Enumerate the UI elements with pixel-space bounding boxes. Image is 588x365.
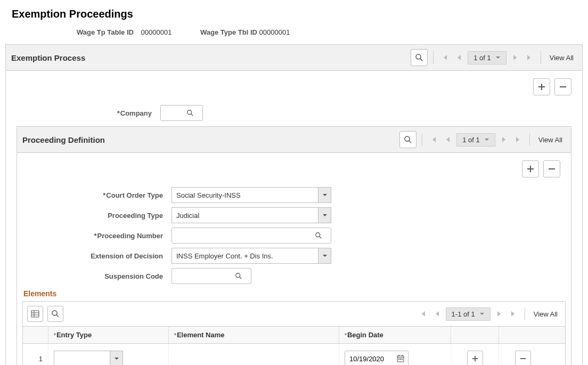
next-icon[interactable] bbox=[494, 310, 504, 318]
begin-date-input[interactable] bbox=[345, 351, 409, 365]
exemption-add-row-button[interactable] bbox=[533, 78, 550, 95]
elements-view-all-link[interactable]: View All bbox=[530, 310, 561, 318]
proceeding-number-label: Proceeding Number bbox=[22, 232, 172, 240]
first-icon[interactable] bbox=[428, 136, 439, 143]
calendar-icon[interactable] bbox=[396, 354, 405, 363]
chevron-down-icon bbox=[318, 188, 331, 202]
extension-of-decision-select[interactable]: INSS Employer Cont. + Dis Ins. bbox=[172, 248, 331, 264]
proceeding-definition-section: Proceeding Definition 1 of 1 bbox=[17, 126, 571, 365]
first-icon[interactable] bbox=[417, 310, 429, 318]
last-icon[interactable] bbox=[508, 310, 519, 318]
proceeding-delete-row-button[interactable] bbox=[543, 160, 560, 177]
row-number: 1 bbox=[23, 344, 48, 365]
company-lookup[interactable] bbox=[160, 105, 203, 121]
divider bbox=[433, 51, 434, 64]
search-icon bbox=[51, 310, 60, 318]
elements-page-indicator[interactable]: 1-1 of 1 bbox=[446, 307, 491, 321]
proceeding-number-input[interactable] bbox=[176, 229, 315, 242]
proceeding-type-label: Proceeding Type bbox=[22, 212, 172, 220]
proceeding-add-row-button[interactable] bbox=[522, 160, 539, 177]
row-add-button[interactable] bbox=[467, 351, 483, 365]
prev-icon[interactable] bbox=[443, 136, 453, 143]
svg-rect-20 bbox=[398, 359, 399, 360]
col-header-element-name[interactable]: Element Name bbox=[169, 327, 339, 343]
next-icon[interactable] bbox=[510, 54, 520, 61]
svg-point-0 bbox=[416, 54, 421, 59]
elements-title: Elements bbox=[23, 289, 566, 298]
svg-point-14 bbox=[52, 311, 57, 315]
svg-rect-22 bbox=[402, 359, 403, 360]
last-icon[interactable] bbox=[524, 54, 535, 61]
chevron-down-icon bbox=[110, 351, 123, 365]
col-header-entry-type[interactable]: Entry Type bbox=[48, 327, 169, 343]
last-icon[interactable] bbox=[512, 136, 524, 143]
plus-icon bbox=[537, 83, 546, 91]
row-delete-button[interactable] bbox=[515, 351, 531, 365]
exemption-delete-row-button[interactable] bbox=[554, 78, 571, 95]
svg-line-7 bbox=[320, 237, 322, 239]
svg-point-8 bbox=[236, 273, 240, 278]
chevron-down-icon bbox=[479, 311, 485, 317]
proceeding-type-value: Judicial bbox=[172, 212, 203, 220]
first-icon[interactable] bbox=[439, 54, 451, 61]
proceeding-find-button[interactable] bbox=[399, 131, 416, 148]
divider bbox=[541, 51, 541, 64]
header-info: Wage Tp Table ID 00000001 Wage Type Tbl … bbox=[77, 28, 586, 36]
wage-tp-table-id-label: Wage Tp Table ID bbox=[77, 28, 134, 36]
elements-grid: 1-1 of 1 View All Entry Ty bbox=[22, 301, 566, 365]
page-indicator-text: 1 of 1 bbox=[473, 54, 491, 62]
col-header-rownum bbox=[23, 327, 48, 343]
divider bbox=[525, 307, 525, 320]
exemption-page-indicator[interactable]: 1 of 1 bbox=[468, 51, 507, 64]
minus-icon bbox=[519, 355, 527, 362]
prev-icon[interactable] bbox=[432, 310, 443, 318]
element-name-cell bbox=[169, 344, 339, 365]
minus-icon bbox=[548, 165, 556, 173]
svg-line-9 bbox=[240, 277, 242, 279]
svg-point-6 bbox=[316, 233, 320, 237]
exemption-process-title: Exemption Process bbox=[11, 53, 85, 62]
wage-type-tbl-id-label: Wage Type Tbl ID bbox=[200, 28, 257, 36]
page-indicator-text: 1-1 of 1 bbox=[452, 310, 475, 318]
minus-icon bbox=[559, 83, 567, 91]
proceeding-type-select[interactable]: Judicial bbox=[172, 207, 331, 223]
svg-line-3 bbox=[191, 114, 193, 116]
court-order-type-value: Social Security-INSS bbox=[172, 191, 245, 199]
wage-tp-table-id-value: 00000001 bbox=[141, 28, 172, 36]
proceeding-definition-title: Proceeding Definition bbox=[22, 135, 105, 144]
proceeding-page-indicator[interactable]: 1 of 1 bbox=[456, 133, 495, 147]
prev-icon[interactable] bbox=[454, 54, 464, 61]
chevron-down-icon bbox=[495, 55, 501, 60]
entry-type-select[interactable] bbox=[54, 351, 123, 365]
plus-icon bbox=[526, 165, 535, 173]
grid-header-row: Entry Type Element Name Begin Date bbox=[23, 326, 565, 344]
col-header-begin-date[interactable]: Begin Date bbox=[339, 327, 451, 343]
next-icon[interactable] bbox=[499, 136, 509, 143]
search-icon bbox=[404, 135, 412, 144]
svg-line-15 bbox=[56, 315, 59, 317]
exemption-view-all-link[interactable]: View All bbox=[546, 54, 577, 62]
page-title: Exemption Proceedings bbox=[12, 8, 586, 20]
svg-line-1 bbox=[420, 59, 422, 61]
grid-find-button[interactable] bbox=[47, 306, 63, 322]
suspension-code-input[interactable] bbox=[176, 269, 235, 283]
chevron-down-icon bbox=[484, 137, 489, 142]
suspension-code-lookup[interactable] bbox=[172, 268, 251, 284]
extension-of-decision-label: Extension of Decision bbox=[22, 252, 172, 260]
divider bbox=[422, 133, 422, 146]
grid-personalize-button[interactable] bbox=[27, 306, 43, 322]
wage-type-tbl-id-value: 00000001 bbox=[259, 28, 290, 36]
chevron-down-icon bbox=[318, 208, 331, 223]
begin-date-field[interactable] bbox=[348, 354, 391, 363]
exemption-process-section: Exemption Process 1 of 1 bbox=[5, 44, 583, 365]
search-icon bbox=[235, 272, 242, 280]
exemption-find-button[interactable] bbox=[411, 49, 428, 66]
court-order-type-select[interactable]: Social Security-INSS bbox=[172, 187, 331, 203]
proceeding-view-all-link[interactable]: View All bbox=[535, 136, 566, 144]
court-order-type-label: Court Order Type bbox=[22, 191, 172, 199]
company-input[interactable] bbox=[165, 106, 186, 120]
proceeding-number-lookup[interactable] bbox=[172, 228, 331, 244]
table-row: 1 bbox=[23, 344, 565, 365]
page-indicator-text: 1 of 1 bbox=[462, 136, 480, 144]
search-icon bbox=[186, 109, 194, 117]
